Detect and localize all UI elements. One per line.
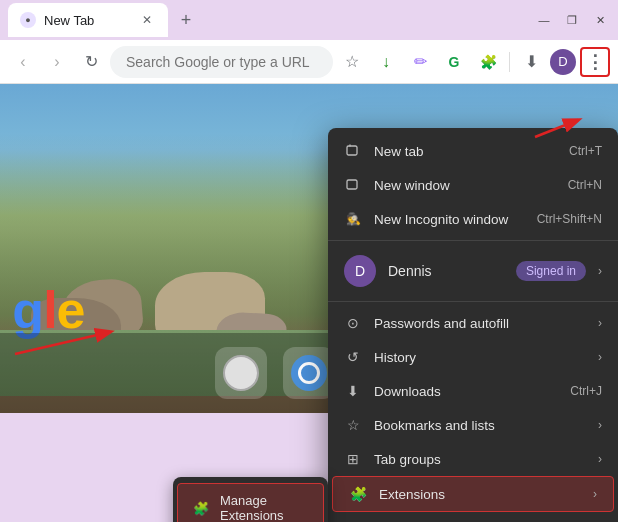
tab-favicon: ● xyxy=(20,12,36,28)
profile-name: Dennis xyxy=(388,263,504,279)
tab-bar: ● New Tab ✕ + xyxy=(8,3,528,37)
profile-avatar: D xyxy=(344,255,376,287)
menu-item-incognito[interactable]: 🕵 New Incognito window Ctrl+Shift+N xyxy=(328,202,618,236)
signed-in-badge: Signed in xyxy=(516,261,586,281)
manage-extensions-icon: 🧩 xyxy=(192,499,210,517)
extensions-chevron: › xyxy=(593,487,597,501)
back-button[interactable]: ‹ xyxy=(8,47,38,77)
downloads-shortcut: Ctrl+J xyxy=(570,384,602,398)
minimize-button[interactable]: — xyxy=(534,10,554,30)
forward-button[interactable]: › xyxy=(42,47,72,77)
tab-groups-icon: ⊞ xyxy=(344,450,362,468)
bookmarks-icon: ☆ xyxy=(344,416,362,434)
menu-item-tab-groups[interactable]: ⊞ Tab groups › xyxy=(328,442,618,476)
google-logo-text: gle xyxy=(12,280,84,340)
downloads-icon: ⬇ xyxy=(344,382,362,400)
menu-item-passwords[interactable]: ⊙ Passwords and autofill › xyxy=(328,306,618,340)
dock-icon-circle-1 xyxy=(223,355,259,391)
downloads-label: Downloads xyxy=(374,384,558,399)
menu-item-delete-browsing[interactable]: 🗑 Delete browsing data... Ctrl+Shift+Del xyxy=(328,512,618,522)
menu-item-new-window[interactable]: New window Ctrl+N xyxy=(328,168,618,202)
dock-icon-1[interactable] xyxy=(215,347,267,399)
content-area: gle M xyxy=(0,84,618,522)
menu-item-downloads[interactable]: ⬇ Downloads Ctrl+J xyxy=(328,374,618,408)
incognito-shortcut: Ctrl+Shift+N xyxy=(537,212,602,226)
profile-row[interactable]: D Dennis Signed in › xyxy=(328,245,618,297)
avatar-letter: D xyxy=(558,54,567,69)
title-bar: ● New Tab ✕ + — ❐ ✕ xyxy=(0,0,618,40)
download-icon[interactable]: ⬇ xyxy=(516,47,546,77)
bookmarks-label: Bookmarks and lists xyxy=(374,418,586,433)
menu-item-new-tab[interactable]: New tab Ctrl+T xyxy=(328,134,618,168)
toolbar-divider xyxy=(509,52,510,72)
manage-extensions-label: Manage Extensions xyxy=(220,493,309,522)
tab-title: New Tab xyxy=(44,13,130,28)
new-tab-button[interactable]: + xyxy=(172,6,200,34)
window-controls: — ❐ ✕ xyxy=(534,10,610,30)
active-tab[interactable]: ● New Tab ✕ xyxy=(8,3,168,37)
extension-puzzle-icon[interactable]: ↓ xyxy=(371,47,401,77)
menu-item-bookmarks[interactable]: ☆ Bookmarks and lists › xyxy=(328,408,618,442)
history-label: History xyxy=(374,350,586,365)
grammarly-icon[interactable]: G xyxy=(439,47,469,77)
passwords-chevron: › xyxy=(598,316,602,330)
profile-chevron: › xyxy=(598,264,602,278)
submenu-manage-extensions[interactable]: 🧩 Manage Extensions xyxy=(177,483,324,522)
history-chevron: › xyxy=(598,350,602,364)
tab-close-button[interactable]: ✕ xyxy=(138,11,156,29)
new-tab-label: New tab xyxy=(374,144,557,159)
maximize-button[interactable]: ❐ xyxy=(562,10,582,30)
browser-frame: ● New Tab ✕ + — ❐ ✕ ‹ › ↻ ☆ ↓ ✏ G 🧩 ⬇ D … xyxy=(0,0,618,522)
edit-icon[interactable]: ✏ xyxy=(405,47,435,77)
history-icon: ↺ xyxy=(344,348,362,366)
dock-icon-circle-2 xyxy=(291,355,327,391)
dropdown-menu: New tab Ctrl+T New window Ctrl+N 🕵 New I… xyxy=(328,128,618,522)
tab-groups-label: Tab groups xyxy=(374,452,586,467)
extensions-label: Extensions xyxy=(379,487,581,502)
new-window-label: New window xyxy=(374,178,556,193)
incognito-icon: 🕵 xyxy=(344,210,362,228)
extensions-submenu: 🧩 Manage Extensions ⊡ Visit Chrome Web S… xyxy=(173,477,328,522)
tab-groups-chevron: › xyxy=(598,452,602,466)
avatar[interactable]: D xyxy=(550,49,576,75)
new-window-shortcut: Ctrl+N xyxy=(568,178,602,192)
svg-rect-0 xyxy=(347,146,357,155)
new-tab-icon xyxy=(344,142,362,160)
refresh-button[interactable]: ↻ xyxy=(76,47,106,77)
menu-item-history[interactable]: ↺ History › xyxy=(328,340,618,374)
divider-2 xyxy=(328,301,618,302)
new-tab-shortcut: Ctrl+T xyxy=(569,144,602,158)
passwords-icon: ⊙ xyxy=(344,314,362,332)
new-window-icon xyxy=(344,176,362,194)
close-button[interactable]: ✕ xyxy=(590,10,610,30)
three-dot-menu-button[interactable]: ⋮ xyxy=(580,47,610,77)
menu-item-extensions[interactable]: 🧩 Extensions › 🧩 Manage Extensions ⊡ Vis… xyxy=(332,476,614,512)
extensions-menu-icon: 🧩 xyxy=(349,485,367,503)
puzzle-icon[interactable]: 🧩 xyxy=(473,47,503,77)
star-icon[interactable]: ☆ xyxy=(337,47,367,77)
divider-1 xyxy=(328,240,618,241)
toolbar: ‹ › ↻ ☆ ↓ ✏ G 🧩 ⬇ D ⋮ xyxy=(0,40,618,84)
bookmarks-chevron: › xyxy=(598,418,602,432)
incognito-label: New Incognito window xyxy=(374,212,525,227)
passwords-label: Passwords and autofill xyxy=(374,316,586,331)
svg-rect-1 xyxy=(347,180,357,189)
address-bar[interactable] xyxy=(110,46,333,78)
